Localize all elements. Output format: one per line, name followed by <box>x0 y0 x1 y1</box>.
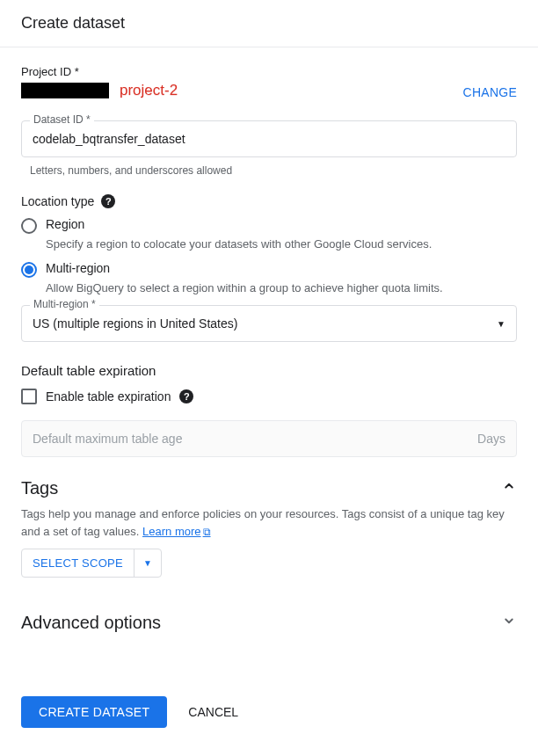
project-annotation: project-2 <box>120 82 178 99</box>
radio-multi-region-label: Multi-region <box>46 261 110 275</box>
tags-desc-text: Tags help you manage and enforce policie… <box>21 507 505 538</box>
dropdown-arrow-icon: ▼ <box>497 319 505 329</box>
project-id-redacted <box>21 83 109 98</box>
learn-more-link[interactable]: Learn more⧉ <box>142 525 210 538</box>
expiration-title: Default table expiration <box>21 363 517 378</box>
radio-multi-region[interactable]: Multi-region <box>21 261 517 278</box>
advanced-options-title: Advanced options <box>21 613 161 633</box>
dataset-id-label: Dataset ID * <box>30 113 94 126</box>
radio-region-label: Region <box>46 217 84 231</box>
max-table-age-placeholder: Default maximum table age <box>33 432 182 446</box>
external-link-icon: ⧉ <box>203 526 211 538</box>
multi-region-select[interactable]: US (multiple regions in United States) ▼ <box>21 305 517 342</box>
enable-expiration-label: Enable table expiration <box>46 389 171 403</box>
dataset-id-field: Dataset ID * <box>21 120 517 157</box>
select-scope-label: SELECT SCOPE <box>22 549 134 577</box>
page-title: Create dataset <box>0 0 538 47</box>
multi-region-select-wrap: Multi-region * US (multiple regions in U… <box>21 305 517 342</box>
checkbox-icon <box>21 389 37 404</box>
radio-multi-region-desc: Allow BigQuery to select a region within… <box>46 281 517 294</box>
tags-desc: Tags help you manage and enforce policie… <box>21 505 517 540</box>
help-icon[interactable]: ? <box>101 194 115 208</box>
footer: CREATE DATASET CANCEL <box>21 696 517 728</box>
chevron-down-icon <box>501 613 517 633</box>
change-project-button[interactable]: CHANGE <box>463 85 517 99</box>
advanced-options-header[interactable]: Advanced options <box>21 613 517 633</box>
radio-region-desc: Specify a region to colocate your datase… <box>46 237 517 251</box>
multi-region-select-value: US (multiple regions in United States) <box>33 316 237 331</box>
project-row: Project ID * project-2 CHANGE <box>21 65 517 99</box>
tags-header[interactable]: Tags <box>21 478 517 498</box>
max-table-age-unit: Days <box>477 432 505 446</box>
tags-title: Tags <box>21 478 58 498</box>
max-table-age-input: Default maximum table age Days <box>21 420 517 457</box>
radio-icon <box>21 218 37 234</box>
create-dataset-button[interactable]: CREATE DATASET <box>21 696 167 728</box>
select-scope-dropdown[interactable]: ▼ <box>134 549 161 577</box>
select-scope-button[interactable]: SELECT SCOPE ▼ <box>21 549 162 578</box>
enable-expiration-checkbox[interactable]: Enable table expiration ? <box>21 389 517 404</box>
location-type-label: Location type ? <box>21 194 517 208</box>
radio-region[interactable]: Region <box>21 217 517 234</box>
radio-icon-selected <box>21 262 37 278</box>
project-id-label: Project ID * <box>21 65 178 78</box>
multi-region-select-label: Multi-region * <box>30 298 99 310</box>
dataset-id-input[interactable] <box>21 120 517 157</box>
dataset-id-helper: Letters, numbers, and underscores allowe… <box>30 164 517 177</box>
location-type-text: Location type <box>21 194 94 208</box>
chevron-up-icon <box>501 478 517 498</box>
help-icon[interactable]: ? <box>179 389 193 403</box>
cancel-button[interactable]: CANCEL <box>188 705 238 719</box>
